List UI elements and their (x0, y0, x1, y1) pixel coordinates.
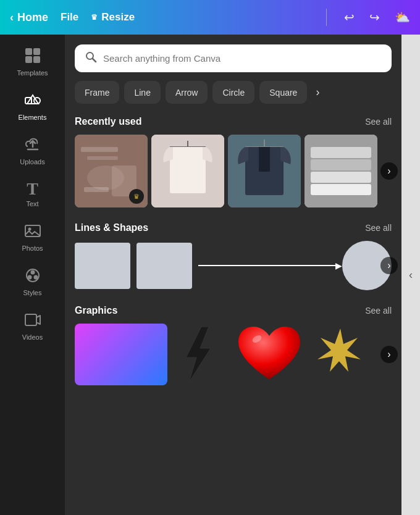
svg-rect-3 (33, 56, 40, 63)
chips-more-icon[interactable]: › (312, 81, 323, 104)
svg-rect-29 (304, 135, 377, 207)
arrow-line-shape (198, 265, 336, 266)
svg-rect-31 (311, 159, 371, 170)
recent-item-1[interactable]: ♛ (75, 135, 148, 207)
sidebar-item-styles[interactable]: Styles (0, 259, 65, 304)
svg-rect-12 (25, 314, 36, 325)
topbar-actions: ↩ ↪ ⛅ (344, 10, 410, 25)
back-home-button[interactable]: ‹ Home (10, 11, 48, 24)
topbar: ‹ Home File ♛ Resize ↩ ↪ ⛅ (0, 0, 420, 35)
svg-rect-23 (170, 147, 206, 193)
recent-item-3[interactable] (228, 135, 301, 207)
right-panel: ‹ (401, 35, 420, 515)
topbar-divider (326, 9, 327, 26)
lines-shapes-title: Lines & Shapes (75, 222, 148, 233)
home-label: Home (17, 11, 48, 24)
svg-rect-18 (84, 187, 109, 192)
svg-point-11 (30, 270, 35, 275)
shapes-nav-icon[interactable]: › (380, 257, 398, 274)
graphics-header: Graphics See all (75, 305, 392, 316)
svg-point-9 (27, 275, 32, 280)
elements-icon (24, 91, 41, 111)
sidebar-item-photos[interactable]: Photos (0, 215, 65, 259)
graphics-nav-icon[interactable]: › (380, 346, 398, 363)
graphics-title: Graphics (75, 305, 117, 316)
chip-square[interactable]: Square (259, 81, 307, 104)
uploads-label: Uploads (20, 158, 44, 165)
shapes-grid: › (75, 241, 392, 290)
file-button[interactable]: File (61, 11, 78, 23)
sidebar-item-text[interactable]: T Text (0, 173, 65, 215)
chip-circle[interactable]: Circle (212, 81, 254, 104)
resize-label: Resize (101, 11, 135, 23)
chip-arrow[interactable]: Arrow (166, 81, 208, 104)
crown-icon: ♛ (91, 13, 98, 22)
svg-rect-2 (25, 56, 32, 63)
recently-used-see-all[interactable]: See all (365, 117, 392, 127)
svg-rect-33 (311, 184, 371, 195)
photos-label: Photos (22, 245, 43, 252)
styles-label: Styles (23, 289, 42, 296)
svg-rect-16 (87, 156, 118, 160)
graphic-star[interactable] (316, 324, 365, 385)
uploads-icon (24, 136, 41, 156)
sidebar-item-uploads[interactable]: Uploads (0, 128, 65, 173)
text-icon: T (27, 180, 38, 198)
recent-item-4[interactable] (304, 135, 377, 207)
svg-rect-0 (25, 48, 32, 55)
back-chevron-icon: ‹ (10, 11, 14, 24)
elements-label: Elements (19, 114, 47, 121)
cloud-save-icon[interactable]: ⛅ (395, 10, 410, 25)
svg-rect-15 (81, 147, 118, 152)
chip-line[interactable]: Line (124, 81, 160, 104)
shape-arrow-line[interactable] (198, 243, 336, 289)
graphic-lightning[interactable] (174, 324, 223, 385)
svg-rect-28 (259, 147, 270, 172)
content-area: Frame Line Arrow Circle Square › Recentl… (65, 35, 401, 515)
videos-icon (24, 311, 41, 331)
recently-used-nav-icon[interactable]: › (380, 162, 398, 180)
styles-icon (24, 267, 41, 287)
crown-badge: ♛ (129, 189, 144, 204)
crown-icon: ♛ (133, 193, 140, 201)
lines-shapes-see-all[interactable]: See all (365, 223, 392, 233)
graphic-heart[interactable] (229, 324, 309, 385)
recently-used-header: Recently used See all (75, 116, 392, 127)
recently-used-grid: ♛ (75, 135, 392, 207)
svg-rect-32 (311, 147, 371, 158)
graphic-gradient[interactable] (75, 324, 167, 385)
graphics-see-all[interactable]: See all (365, 306, 392, 316)
photos-icon (24, 222, 41, 242)
collapse-icon[interactable]: ‹ (409, 269, 413, 282)
templates-label: Templates (17, 69, 48, 77)
filter-chips: Frame Line Arrow Circle Square › (75, 81, 392, 104)
svg-point-10 (33, 275, 38, 280)
sidebar-item-videos[interactable]: Videos (0, 304, 65, 348)
chip-frame[interactable]: Frame (75, 81, 119, 104)
templates-icon (24, 47, 41, 67)
recently-used-title: Recently used (75, 116, 141, 127)
graphics-grid: › (75, 324, 392, 385)
sidebar-item-templates[interactable]: Templates (0, 40, 65, 84)
search-bar (75, 44, 392, 72)
videos-label: Videos (22, 333, 43, 341)
svg-rect-30 (311, 172, 371, 183)
redo-icon[interactable]: ↪ (369, 10, 380, 25)
recent-item-2[interactable] (151, 135, 224, 207)
search-input[interactable] (103, 53, 382, 64)
shape-square[interactable] (75, 243, 130, 289)
svg-rect-1 (33, 48, 40, 55)
resize-button[interactable]: ♛ Resize (91, 11, 135, 23)
sidebar-item-elements[interactable]: Elements (0, 84, 65, 128)
undo-icon[interactable]: ↩ (344, 10, 355, 25)
lines-shapes-header: Lines & Shapes See all (75, 222, 392, 233)
svg-point-7 (28, 228, 31, 231)
shape-rectangle[interactable] (136, 243, 192, 289)
text-label: Text (26, 200, 38, 207)
main-layout: Templates Elements Uploads (0, 35, 420, 515)
sidebar: Templates Elements Uploads (0, 35, 65, 515)
search-icon (85, 51, 97, 66)
